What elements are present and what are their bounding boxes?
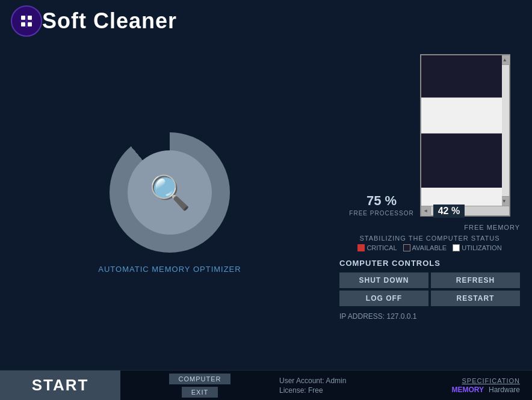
license-info: License: Free: [279, 386, 424, 395]
legend-utilization: UTILIZATION: [453, 244, 501, 251]
legend-critical: CRITICAL: [357, 244, 397, 251]
restart-button[interactable]: RESTART: [431, 291, 520, 306]
legend-critical-label: CRITICAL: [367, 244, 397, 251]
log-off-button[interactable]: LOG OFF: [339, 291, 428, 306]
tab-memory[interactable]: MEMORY: [451, 386, 484, 394]
footer-tabs: MEMORY Hardware: [451, 386, 520, 394]
exit-button[interactable]: EXIT: [182, 387, 218, 398]
legend-utilization-label: UTILIZATION: [462, 244, 501, 251]
footer-far-right: SPECIFICATION MEMORY Hardware: [436, 377, 532, 394]
optimizer-label: AUTOMATIC MEMORY OPTIMIZER: [98, 265, 241, 274]
legend-available: AVAILABLE: [403, 244, 447, 251]
memory-block-1: [421, 55, 502, 97]
circle-outer: 🔍: [110, 132, 230, 253]
circle-inner: 🔍: [128, 150, 212, 235]
stabilizing-label: STABILIZING THE COMPUTER STATUS: [339, 235, 520, 242]
legend-critical-box: [357, 244, 365, 251]
memory-label: FREE MEMORY: [339, 224, 520, 231]
svg-rect-3: [21, 22, 25, 26]
svg-rect-1: [21, 16, 25, 20]
memory-bottom-bar: ◄ 42 %: [421, 206, 509, 215]
tab-hardware[interactable]: Hardware: [489, 386, 520, 394]
specification-link[interactable]: SPECIFICATION: [462, 377, 520, 384]
footer-center: COMPUTER EXIT: [120, 374, 279, 398]
processor-label: FREE PROCESSOR: [349, 210, 413, 217]
controls-grid: SHUT DOWN REFRESH LOG OFF RESTART: [339, 272, 520, 306]
legend-utilization-box: [453, 244, 460, 251]
processor-value: 75 %: [367, 193, 397, 209]
gauge-area: 75 % FREE PROCESSOR ▲ ▼: [339, 48, 520, 217]
main-content: 🔍 AUTOMATIC MEMORY OPTIMIZER 75 % FREE P…: [0, 42, 532, 370]
left-section: 🔍 AUTOMATIC MEMORY OPTIMIZER: [12, 48, 327, 370]
start-button[interactable]: START: [0, 371, 120, 401]
controls-label: COMPUTER CONTROLS: [339, 259, 520, 268]
legend: CRITICAL AVAILABLE UTILIZATION: [339, 244, 520, 251]
memory-content: [421, 55, 502, 215]
memory-block-3: [421, 134, 502, 188]
optimizer-circle: 🔍: [110, 132, 230, 253]
memory-widget: ▲ ▼ ◄ 42 %: [420, 54, 510, 217]
footer: START COMPUTER EXIT User Account: Admin …: [0, 370, 532, 400]
user-account: User Account: Admin: [279, 377, 424, 385]
svg-rect-4: [28, 22, 32, 26]
ip-address: IP ADDRESS: 127.0.0.1: [339, 312, 520, 321]
scroll-left-button[interactable]: ◄: [421, 206, 431, 216]
legend-available-box: [403, 244, 410, 251]
memory-value-badge: 42 %: [433, 205, 465, 218]
app-title: Soft Cleaner: [42, 8, 177, 34]
app-logo: [11, 5, 42, 37]
header: Soft Cleaner: [0, 0, 532, 42]
search-icon: 🔍: [149, 176, 191, 209]
memory-block-2: [421, 97, 502, 134]
processor-gauge: 75 % FREE PROCESSOR: [349, 193, 413, 217]
legend-available-label: AVAILABLE: [412, 244, 447, 251]
computer-button[interactable]: COMPUTER: [169, 374, 231, 384]
right-section: 75 % FREE PROCESSOR ▲ ▼: [327, 48, 520, 370]
shut-down-button[interactable]: SHUT DOWN: [339, 272, 428, 288]
refresh-button[interactable]: REFRESH: [431, 272, 520, 288]
footer-right: User Account: Admin License: Free: [279, 377, 436, 395]
svg-rect-2: [28, 16, 32, 20]
